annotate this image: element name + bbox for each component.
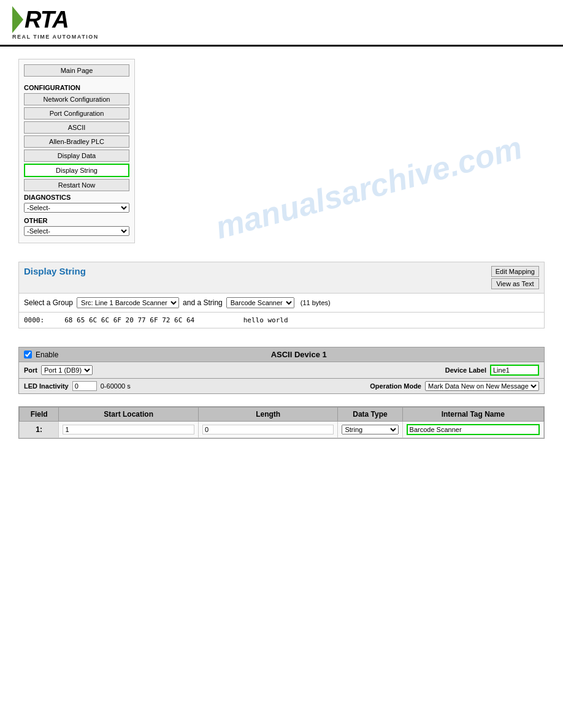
row-internal-tag-name[interactable] [402,422,543,438]
row-length[interactable] [198,422,338,438]
col-field: Field [20,408,59,422]
nav-display-data[interactable]: Display Data [24,150,129,162]
start-location-input[interactable] [63,425,194,434]
other-select[interactable]: -Select- [24,226,129,236]
ascii-header-row: Enable ASCII Device 1 [18,347,545,362]
display-string-title: Display String [24,266,86,276]
group-select[interactable]: Src: Line 1 Barcode Scanner [77,297,179,308]
ascii-device-title: ASCII Device 1 [58,350,539,359]
edit-mapping-button[interactable]: Edit Mapping [491,266,539,277]
nav-display-string[interactable]: Display String [24,164,129,177]
enable-checkbox[interactable] [24,351,32,358]
nav-ascii[interactable]: ASCII [24,121,129,134]
logo-arrow-icon [12,6,23,33]
led-inactivity-range: 0-60000 s [101,382,131,390]
field-table: Field Start Location Length Data Type In… [19,407,544,438]
enable-label: Enable [36,351,58,359]
bytes-label: (11 bytes) [301,299,331,306]
ascii-port-row: Port Port 1 (DB9) Device Label [18,362,545,378]
logo-box: RTA [12,6,69,33]
operation-mode-label: Operation Mode [370,382,421,390]
col-internal-tag-name: Internal Tag Name [402,408,543,422]
data-text: hello world [243,316,288,324]
ascii-led-row: LED Inactivity 0-60000 s Operation Mode … [18,378,545,394]
logo-subtitle: REAL TIME AUTOMATION [12,34,99,40]
data-type-select[interactable]: String [342,425,398,434]
ds-header: Display String Edit Mapping View as Text [18,262,545,293]
and-string-label: and a String [183,298,223,307]
row-start-location[interactable] [59,422,199,438]
ds-buttons: Edit Mapping View as Text [491,266,539,289]
other-label: OTHER [24,217,129,224]
col-data-type: Data Type [338,408,402,422]
nav-allen-bradley-plc[interactable]: Allen-Bradley PLC [24,135,129,148]
logo-container: RTA REAL TIME AUTOMATION [12,6,99,40]
device-label-label: Device Label [445,366,486,374]
table-row: 1: String [20,422,544,438]
device-label-input[interactable] [490,365,539,376]
nav-panel: Main Page CONFIGURATION Network Configur… [18,59,135,243]
ascii-section: Enable ASCII Device 1 Port Port 1 (DB9) … [18,347,545,394]
select-group-label: Select a Group [24,298,73,307]
nav-restart-now[interactable]: Restart Now [24,179,129,191]
row-data-type[interactable]: String [338,422,402,438]
nav-network-config[interactable]: Network Configuration [24,93,129,105]
logo-rta-text: RTA [25,8,69,31]
led-inactivity-label: LED Inactivity [24,382,69,390]
data-offset: 0000: [24,316,44,324]
led-inactivity-input[interactable] [72,381,97,391]
row-field-num: 1: [20,422,59,438]
ds-data-row: 0000: 68 65 6C 6C 6F 20 77 6F 72 6C 64 h… [18,312,545,328]
string-select[interactable]: Barcode Scanner [226,297,294,308]
main-page-button[interactable]: Main Page [24,64,129,77]
col-length: Length [198,408,338,422]
diagnostics-select[interactable]: -Select- [24,203,129,213]
display-string-section: Display String Edit Mapping View as Text… [18,262,545,328]
port-select[interactable]: Port 1 (DB9) [41,365,93,375]
diagnostics-label: DIAGNOSTICS [24,194,129,201]
operation-mode-select[interactable]: Mark Data New on New Message [425,381,539,391]
watermark: manualsarchive.com [212,129,526,246]
internal-tag-name-input[interactable] [407,424,540,435]
data-hex: 68 65 6C 6C 6F 20 77 6F 72 6C 64 [64,316,194,324]
field-table-wrapper: Field Start Location Length Data Type In… [18,406,545,439]
ds-group-row: Select a Group Src: Line 1 Barcode Scann… [18,293,545,312]
port-label: Port [24,366,37,374]
header: RTA REAL TIME AUTOMATION [0,0,563,47]
col-start-location: Start Location [59,408,199,422]
main-content: manualsarchive.com Main Page CONFIGURATI… [0,47,563,451]
length-input[interactable] [202,425,334,434]
view-as-text-button[interactable]: View as Text [491,278,539,289]
configuration-label: CONFIGURATION [24,84,129,91]
nav-port-config[interactable]: Port Configuration [24,107,129,119]
